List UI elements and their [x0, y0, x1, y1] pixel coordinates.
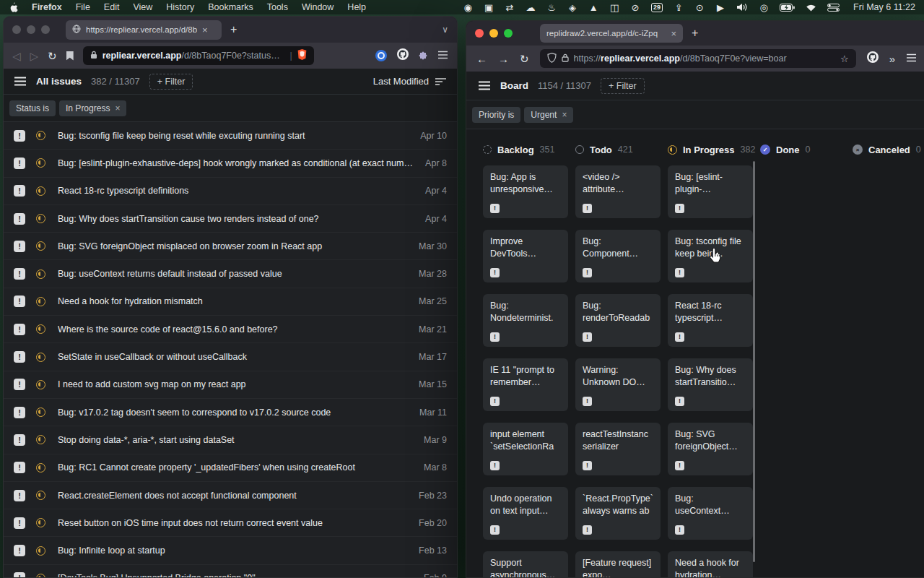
issue-row[interactable]: ! Bug: SVG foreignObject misplaced on br…: [4, 233, 457, 260]
dropbox-icon[interactable]: ◈: [567, 3, 578, 12]
issue-card[interactable]: <video /> attribute… !: [575, 165, 661, 218]
menu-icon[interactable]: [437, 49, 448, 62]
calendar-icon[interactable]: 29: [651, 3, 663, 12]
tab-close-icon[interactable]: ×: [202, 25, 208, 35]
overflow-menu-icon[interactable]: »: [889, 53, 895, 64]
issue-row[interactable]: ! Bug: RC1 Cannot create property '_upda…: [4, 454, 457, 482]
issue-card[interactable]: Bug: [eslint-plugin-… !: [668, 165, 753, 218]
bookmark-icon[interactable]: [66, 51, 74, 61]
minimize-window-button[interactable]: [27, 25, 35, 34]
play-icon[interactable]: ▶: [715, 3, 725, 12]
issue-row[interactable]: ! I need to add custom svg map on my rea…: [4, 371, 457, 399]
issue-row[interactable]: ! React 18-rc typescript definitions Apr…: [4, 178, 457, 205]
issue-card[interactable]: IE 11 "prompt to remember… !: [483, 358, 568, 411]
reload-button[interactable]: ↻: [520, 53, 529, 64]
issue-card[interactable]: Improve DevTools… !: [483, 230, 568, 282]
add-filter-button[interactable]: + Filter: [601, 78, 645, 94]
menu-icon[interactable]: [906, 52, 917, 65]
tab-list-chevron-icon[interactable]: ∨: [442, 25, 448, 35]
filter-value-chip[interactable]: Urgent×: [524, 107, 573, 123]
cloud-icon[interactable]: ☁: [526, 3, 536, 12]
issue-row[interactable]: ! Bug: v17.0.2 tag doesn't seem to corre…: [4, 399, 457, 426]
assistant-icon[interactable]: ◎: [759, 3, 769, 12]
back-button[interactable]: ←: [476, 53, 487, 64]
wifi-icon[interactable]: [806, 4, 816, 12]
issue-card[interactable]: Warning: Unknown DO… !: [575, 358, 661, 411]
zoom-window-button[interactable]: [504, 29, 513, 38]
menubar-app-name[interactable]: Firefox: [32, 2, 62, 12]
issue-card[interactable]: Support asynchronous… !: [483, 551, 568, 578]
add-filter-button[interactable]: + Filter: [149, 74, 193, 90]
extension-icon[interactable]: [419, 51, 427, 60]
issue-card[interactable]: Undo operation on text input… !: [483, 487, 568, 540]
filter-value-chip[interactable]: In Progress×: [59, 100, 126, 116]
issue-card[interactable]: Bug: useContext… !: [668, 487, 753, 540]
forward-button[interactable]: ▷: [30, 51, 39, 61]
volume-icon[interactable]: [736, 3, 748, 12]
menubar-clock[interactable]: Fri May 6 11:22: [853, 2, 915, 12]
sidebar-menu-icon[interactable]: [478, 81, 491, 90]
zoom-window-button[interactable]: [41, 25, 50, 34]
issue-card[interactable]: Bug: Why does startTransitio… !: [668, 358, 753, 411]
issue-row[interactable]: ! [DevTools Bug] Unsupported Bridge oper…: [4, 565, 457, 578]
issue-card[interactable]: Bug: SVG foreignObject… !: [668, 423, 753, 475]
issue-row[interactable]: ! Bug: useContext returns default instea…: [4, 260, 457, 288]
column-scrollbar[interactable]: [753, 161, 755, 562]
left-browser-tab[interactable]: https://repliear.vercel.app/d/8b ×: [66, 20, 222, 40]
apple-logo-icon[interactable]: [9, 2, 18, 13]
issue-card[interactable]: input element `setSelectionRa !: [483, 423, 568, 475]
menubar-menu-edit[interactable]: Edit: [104, 2, 120, 12]
issue-card[interactable]: React 18-rc typescript… !: [668, 294, 753, 347]
issue-card[interactable]: Bug: App is unresponsive… !: [483, 165, 568, 218]
docker-icon[interactable]: ♨: [546, 3, 557, 12]
issue-card[interactable]: [Feature request] expo… !: [575, 551, 661, 578]
issue-card[interactable]: reactTestInstanc serializer !: [575, 423, 661, 475]
battery-icon[interactable]: [780, 4, 795, 12]
issue-row[interactable]: ! Need a hook for hydration mismatch Mar…: [4, 288, 457, 316]
issue-row[interactable]: ! SetState in useCallback or without use…: [4, 343, 457, 371]
issue-card[interactable]: Need a hook for hydration… !: [668, 551, 753, 578]
bookmark-star-icon[interactable]: ☆: [840, 53, 849, 64]
menubar-menu-view[interactable]: View: [133, 2, 152, 12]
remove-filter-icon[interactable]: ×: [562, 110, 567, 120]
issue-row[interactable]: ! Reset button on iOS time input does no…: [4, 509, 457, 537]
forward-button[interactable]: →: [498, 53, 509, 64]
menubar-menu-file[interactable]: File: [76, 2, 90, 12]
back-button[interactable]: ◁: [12, 51, 21, 61]
issue-card[interactable]: Bug: Component… !: [575, 230, 661, 282]
issue-row[interactable]: ! Bug: [eslint-plugin-exhaustive-deps] h…: [4, 150, 457, 177]
issue-card[interactable]: Bug: Nondeterminist. !: [483, 294, 568, 347]
reload-button[interactable]: ↻: [48, 51, 57, 61]
close-window-button[interactable]: [475, 29, 484, 38]
remove-filter-icon[interactable]: ×: [115, 103, 120, 113]
screen-record-icon[interactable]: ◉: [463, 3, 473, 12]
sort-label[interactable]: Last Modified: [373, 76, 429, 87]
left-url-bar[interactable]: repliear.vercel.app/d/8bTaoq7F0e?statusF…: [83, 46, 314, 65]
filter-field-chip[interactable]: Priority is: [472, 107, 520, 123]
issue-row[interactable]: ! Bug: Why does startTransition cause tw…: [4, 205, 457, 233]
issue-row[interactable]: ! Bug: tsconfig file keep being reset wh…: [4, 122, 457, 150]
sync-icon[interactable]: ⇄: [505, 3, 515, 12]
upload-icon[interactable]: ⇪: [674, 3, 684, 12]
display-mirroring-icon[interactable]: ▣: [484, 3, 494, 12]
issue-row[interactable]: ! Stop doing data-*, aria-*, start using…: [4, 426, 457, 454]
window-manager-icon[interactable]: ◫: [609, 3, 619, 12]
right-browser-tab[interactable]: replidraw2.vercel.app/d/c-iZpq ×: [540, 24, 683, 43]
brave-shield-icon[interactable]: [297, 49, 307, 62]
tab-close-icon[interactable]: ×: [671, 28, 676, 39]
new-tab-button[interactable]: +: [230, 23, 237, 36]
sort-order-icon[interactable]: [435, 77, 447, 86]
issue-row[interactable]: ! Where is the source code of react@15.6…: [4, 316, 457, 343]
menubar-menu-history[interactable]: History: [166, 2, 194, 12]
menubar-menu-bookmarks[interactable]: Bookmarks: [208, 2, 253, 12]
deploy-icon[interactable]: ▲: [588, 3, 598, 12]
right-window-controls[interactable]: [475, 29, 513, 38]
sidebar-menu-icon[interactable]: [14, 77, 27, 86]
minimize-window-button[interactable]: [489, 29, 498, 38]
issue-row[interactable]: ! React.createElement does not accept fu…: [4, 482, 457, 509]
new-tab-button[interactable]: +: [692, 27, 698, 40]
issue-row[interactable]: ! Bug: Infinite loop at startup Feb 13: [4, 537, 457, 564]
github-extension-icon[interactable]: [397, 48, 409, 63]
control-center-icon[interactable]: [827, 4, 840, 12]
left-window-controls[interactable]: [12, 25, 50, 34]
